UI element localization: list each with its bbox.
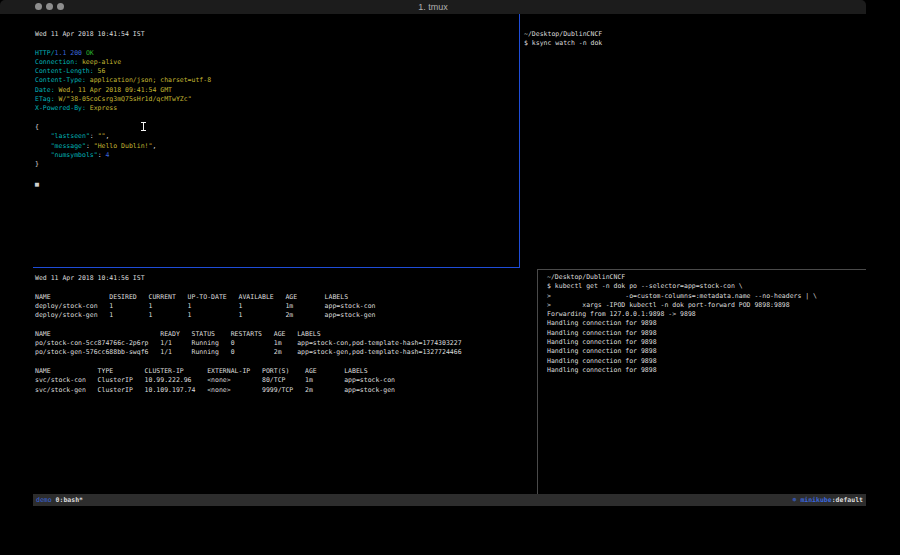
terminal-line: po/stock-gen-576cc688bb-swqf6 1/1 Runnin… [35,348,535,357]
status-session-window[interactable]: demo 0:bash* [36,496,83,504]
tmux-session: Wed 11 Apr 2018 10:41:54 ISTHTTP/1.1 200… [0,14,866,507]
text-segment: Handling connection for 9898 [547,338,657,346]
text-segment: OK [86,49,94,57]
text-segment: , [105,132,109,140]
terminal-line [35,320,535,329]
terminal-line: Content-Length: 56 [35,67,517,76]
terminal-line: > -o=custom-columns=:metadata.name --no-… [547,292,864,301]
terminal-line: deploy/stock-gen 1 1 1 1 2m app=stock-ge… [35,311,535,320]
text-segment: Express [86,104,117,112]
text-segment [35,132,51,140]
text-segment: Content-Type: [35,76,86,84]
text-segment: "Hello Dublin!" [94,142,153,150]
terminal-line: Wed 11 Apr 2018 10:41:56 IST [35,274,535,283]
text-segment: deploy/stock-gen 1 1 1 1 2m app=stock-ge… [35,311,375,319]
terminal-line: "lastseen": "", [35,132,517,141]
terminal-line: X-Powered-By: Express [35,104,517,113]
text-segment: Wed 11 Apr 2018 10:41:54 IST [35,30,145,38]
tmux-status-bar: demo 0:bash* ☸ minikube:default [33,494,866,506]
terminal-line: NAME TYPE CLUSTER-IP EXTERNAL-IP PORT(S)… [35,367,535,376]
status-kube-context: ☸ minikube:default [793,496,863,504]
pane-kubectl-resources[interactable]: Wed 11 Apr 2018 10:41:56 ISTNAME DESIRED… [35,274,535,395]
pane-border-horizontal[interactable] [537,269,866,270]
text-segment [35,151,51,159]
pane-http-response[interactable]: Wed 11 Apr 2018 10:41:54 ISTHTTP/1.1 200… [35,30,517,188]
pane-ksync-watch[interactable]: ~/Desktop/DublinCNCF$ ksync watch -n dok [524,30,864,49]
terminal-line: "numsymbols": 4 [35,151,517,160]
text-segment: , [152,142,156,150]
text-segment: 0:bash* [56,496,83,504]
terminal-line: Forwarding from 127.0.0.1:9898 -> 9898 [547,310,864,319]
text-segment: : [90,132,98,140]
text-segment: } [35,160,39,168]
terminal-line: HTTP/1.1 200 OK [35,49,517,58]
terminal-line: Handling connection for 9898 [547,319,864,328]
terminal-line: Wed 11 Apr 2018 10:41:54 IST [35,30,517,39]
terminal-line [35,169,517,178]
text-segment: 56 [94,67,106,75]
text-segment: : [86,142,94,150]
text-segment: Connection: [35,58,78,66]
text-segment: 1.1 200 [55,49,82,57]
terminal-line [35,114,517,123]
terminal-window: 1. tmux Wed 11 Apr 2018 10:41:54 ISTHTTP… [0,0,866,507]
text-segment: 4 [105,151,109,159]
titlebar[interactable]: 1. tmux [0,0,866,14]
text-segment: Content-Length: [35,67,94,75]
text-segment: deploy/stock-con 1 1 1 1 1m app=stock-co… [35,302,375,310]
text-segment: Handling connection for 9898 [547,357,657,365]
pane-border-vertical[interactable] [537,269,538,494]
active-pane-border-vertical[interactable] [519,14,520,268]
window-title: 1. tmux [0,0,866,14]
terminal-line: "message": "Hello Dublin!", [35,142,517,151]
terminal-line: svc/stock-con ClusterIP 10.99.222.96 <no… [35,376,535,385]
text-segment: NAME DESIRED CURRENT UP-TO-DATE AVAILABL… [35,293,348,301]
terminal-line [35,358,535,367]
text-segment [35,142,51,150]
text-segment: Forwarding from 127.0.0.1:9898 -> 9898 [547,310,696,318]
text-segment: Handling connection for 9898 [547,366,657,374]
text-segment: keep-alive [78,58,121,66]
text-segment: po/stock-gen-576cc688bb-swqf6 1/1 Runnin… [35,348,462,356]
pane-port-forward[interactable]: ~/Desktop/DublinCNCF$ kubectl get -n dok… [547,273,864,375]
text-segment: application/json; charset=utf-8 [86,76,211,84]
terminal-line: { [35,123,517,132]
text-segment: NAME TYPE CLUSTER-IP EXTERNAL-IP PORT(S)… [35,367,368,375]
text-segment: minikube [800,496,831,504]
text-segment: { [35,123,39,131]
terminal-line: Connection: keep-alive [35,58,517,67]
terminal-line: $ ksync watch -n dok [524,39,864,48]
terminal-line: svc/stock-gen ClusterIP 10.109.197.74 <n… [35,386,535,395]
text-segment: ~/Desktop/DublinCNCF [524,30,602,38]
text-segment: Wed 11 Apr 2018 10:41:56 IST [35,274,145,282]
terminal-line: po/stock-con-5cc874766c-2p6rp 1/1 Runnin… [35,339,535,348]
text-segment: W/"38-05coCsrg3mQ75sHr1d/qcMTwYZc" [55,95,192,103]
text-segment: po/stock-con-5cc874766c-2p6rp 1/1 Runnin… [35,339,462,347]
text-segment: $ ksync watch -n dok [524,39,602,47]
text-segment: Handling connection for 9898 [547,347,657,355]
text-segment: Date: [35,86,55,94]
terminal-line [35,283,535,292]
terminal-line: deploy/stock-con 1 1 1 1 1m app=stock-co… [35,302,535,311]
terminal-line [35,39,517,48]
terminal-line: NAME READY STATUS RESTARTS AGE LABELS [35,330,535,339]
active-pane-border-horizontal[interactable] [33,267,520,268]
text-segment: :default [832,496,863,504]
text-segment: X-Powered-By: [35,104,86,112]
text-segment: ▄ [35,179,39,187]
text-segment: "message" [51,142,86,150]
text-segment: HTTP/ [35,49,55,57]
text-segment: "numsymbols" [51,151,98,159]
terminal-line: Handling connection for 9898 [547,338,864,347]
terminal-line: } [35,160,517,169]
text-segment: svc/stock-gen ClusterIP 10.109.197.74 <n… [35,386,395,394]
terminal-line: Handling connection for 9898 [547,329,864,338]
text-segment: Wed, 11 Apr 2018 09:41:54 GMT [55,86,172,94]
terminal-line: Content-Type: application/json; charset=… [35,76,517,85]
text-segment: NAME READY STATUS RESTARTS AGE LABELS [35,330,321,338]
terminal-line: ~/Desktop/DublinCNCF [547,273,864,282]
terminal-line: Handling connection for 9898 [547,347,864,356]
text-segment: $ kubectl get -n dok po --selector=app=s… [547,282,743,290]
text-segment: > -o=custom-columns=:metadata.name --no-… [547,292,817,300]
text-segment: svc/stock-con ClusterIP 10.99.222.96 <no… [35,376,395,384]
